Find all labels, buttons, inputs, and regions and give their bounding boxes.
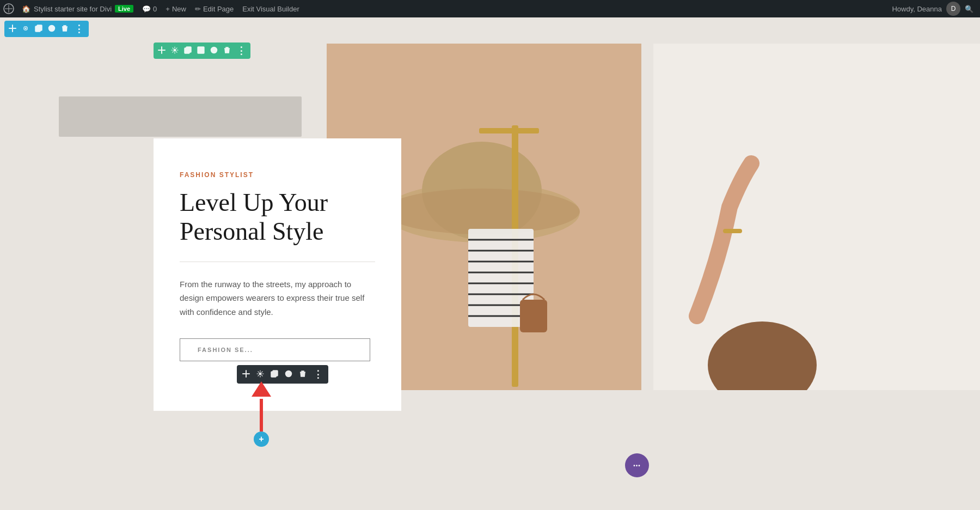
add-module-button[interactable]: + xyxy=(254,432,269,447)
svg-point-5 xyxy=(174,48,176,51)
search-icon[interactable]: 🔍 xyxy=(965,5,973,13)
cta-button[interactable]: FASHION SE... xyxy=(180,338,370,361)
arrow-indicator: + xyxy=(252,381,271,447)
svg-rect-31 xyxy=(273,371,278,376)
svg-rect-25 xyxy=(520,300,547,332)
row-add-icon[interactable] xyxy=(158,46,166,56)
site-name: Stylist starter site for Divi xyxy=(34,5,112,13)
row-disable-icon[interactable] xyxy=(210,46,218,56)
site-name-group[interactable]: 🏠 Stylist starter site for Divi Live xyxy=(17,5,138,13)
new-button[interactable]: + New xyxy=(161,5,191,13)
arrow-shaft xyxy=(260,399,263,432)
row-more-icon[interactable]: ⋮ xyxy=(236,45,246,57)
left-placeholder xyxy=(59,96,302,137)
edit-icon: ✏ xyxy=(195,5,201,13)
svg-rect-8 xyxy=(198,47,204,53)
section-settings-icon[interactable] xyxy=(22,25,29,34)
row-settings-icon[interactable] xyxy=(171,46,179,56)
comments-link[interactable]: 💬 0 xyxy=(138,5,161,13)
comments-icon: 💬 xyxy=(142,5,151,13)
howdy-text: Howdy, Deanna xyxy=(892,5,942,13)
admin-bar-right: Howdy, Deanna D 🔍 xyxy=(885,2,980,16)
module-duplicate-icon[interactable] xyxy=(271,370,278,379)
svg-point-29 xyxy=(259,372,262,375)
module-add-icon[interactable] xyxy=(242,370,250,379)
module-delete-icon[interactable] xyxy=(299,370,307,379)
arrow-head xyxy=(252,381,271,397)
admin-bar: 🏠 Stylist starter site for Divi Live 💬 0… xyxy=(0,0,980,17)
side-image xyxy=(653,44,980,390)
plus-icon: + xyxy=(166,5,170,13)
module-settings-icon[interactable] xyxy=(256,370,264,379)
new-label: New xyxy=(172,5,186,13)
hero-body: From the runway to the streets, my appro… xyxy=(180,277,375,319)
divider xyxy=(180,262,375,262)
module-disable-icon[interactable] xyxy=(285,370,292,379)
section-add-icon[interactable] xyxy=(9,25,16,34)
edit-label: Edit Page xyxy=(203,5,234,13)
row-delete-icon[interactable] xyxy=(223,46,231,56)
svg-point-13 xyxy=(384,189,580,234)
section-duplicate-icon[interactable] xyxy=(35,25,42,34)
section-disable-icon[interactable] xyxy=(48,25,56,34)
exit-label: Exit Visual Builder xyxy=(242,5,299,13)
hero-title: Level Up Your Personal Style xyxy=(180,189,375,246)
svg-point-1 xyxy=(25,27,27,29)
section-toolbar: ⋮ xyxy=(4,21,89,37)
category-label: Fashion Stylist xyxy=(180,171,375,179)
section-delete-icon[interactable] xyxy=(61,25,69,34)
exit-builder-button[interactable]: Exit Visual Builder xyxy=(238,5,304,13)
row-toolbar: ⋮ xyxy=(154,42,250,59)
comments-count: 0 xyxy=(153,5,157,13)
svg-rect-15 xyxy=(479,128,539,133)
module-toolbar: ⋮ xyxy=(237,365,328,384)
canvas: Fashion Stylist Level Up Your Personal S… xyxy=(0,17,980,510)
more-options-icon: ••• xyxy=(633,463,641,469)
module-more-icon[interactable]: ⋮ xyxy=(313,368,323,380)
svg-rect-26 xyxy=(653,44,980,390)
wp-logo[interactable] xyxy=(0,0,17,17)
svg-rect-27 xyxy=(723,229,742,233)
cta-button-wrap: FASHION SE... xyxy=(180,338,375,361)
row-columns-icon[interactable] xyxy=(197,46,205,56)
svg-rect-7 xyxy=(186,47,191,52)
more-options-button[interactable]: ••• xyxy=(625,453,649,477)
site-icon: 🏠 xyxy=(22,5,30,13)
section-more-icon[interactable]: ⋮ xyxy=(74,23,84,35)
live-badge: Live xyxy=(115,5,133,13)
avatar[interactable]: D xyxy=(946,2,960,16)
edit-page-button[interactable]: ✏ Edit Page xyxy=(191,5,238,13)
svg-rect-3 xyxy=(37,25,42,31)
row-duplicate-icon[interactable] xyxy=(184,46,192,56)
